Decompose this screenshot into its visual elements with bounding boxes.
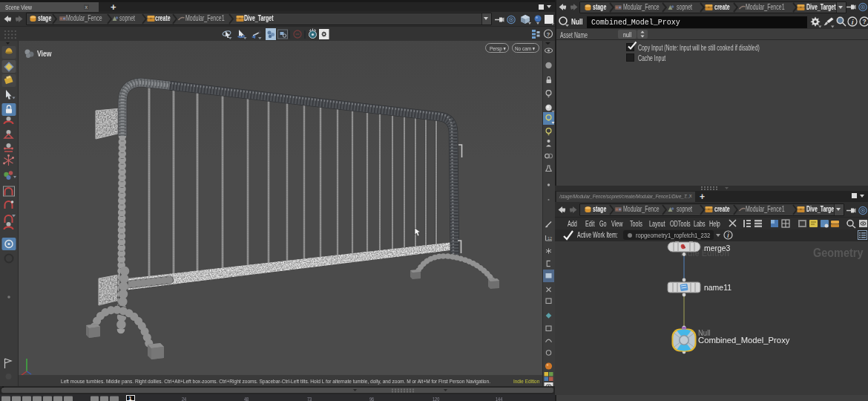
svg-text:i: i — [727, 232, 729, 239]
svg-text:?: ? — [862, 18, 866, 25]
svg-text:i: i — [852, 18, 854, 26]
svg-text:12: 12 — [548, 236, 552, 241]
svg-text:?: ? — [547, 31, 550, 38]
